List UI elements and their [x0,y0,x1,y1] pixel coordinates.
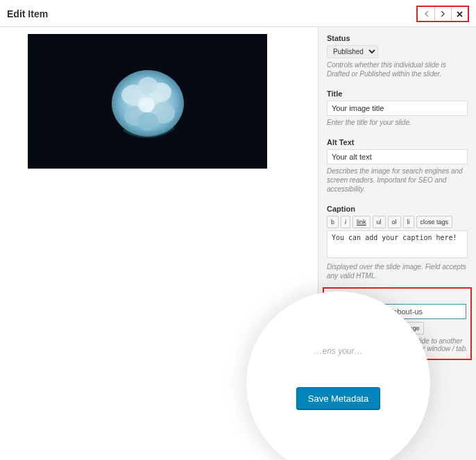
alt-field: Alt Text Describes the image for search … [327,138,468,194]
title-help: Enter the title for your slide. [327,118,468,127]
li-button[interactable]: li [403,216,414,228]
ghost-text-fragment: …ens your… [314,346,362,356]
caption-field: Caption b i link ul ol li close tags You… [327,205,468,280]
caption-help: Displayed over the slide image. Field ac… [327,262,468,280]
bold-button[interactable]: b [327,216,339,228]
page-title: Edit Item [7,8,48,19]
alt-label: Alt Text [327,138,468,146]
svg-point-6 [137,112,158,130]
caption-toolbar: b i link ul ol li close tags [327,216,468,228]
status-label: Status [327,34,468,42]
status-field: Status Published Controls whether this i… [327,34,468,78]
svg-point-7 [138,97,155,112]
status-select[interactable]: Published [327,45,378,58]
flower-image [96,49,200,153]
link-button[interactable]: link [352,216,371,228]
status-help: Controls whether this individual slide i… [327,60,468,78]
close-tags-button[interactable]: close tags [416,216,453,228]
header-nav-group [416,6,469,22]
title-label: Title [327,90,468,98]
open-tab-hint-fragment: er window / tab. [419,345,468,352]
next-button[interactable] [434,7,451,21]
caption-textarea[interactable]: You can add your caption here! [327,230,468,258]
caption-label: Caption [327,205,468,213]
ul-button[interactable]: ul [373,216,386,228]
alt-input[interactable] [327,149,468,164]
slide-preview-image [28,34,267,169]
close-button[interactable] [451,7,468,21]
title-field: Title Enter the title for your slide. [327,90,468,127]
ol-button[interactable]: ol [388,216,401,228]
italic-button[interactable]: i [341,216,350,228]
save-metadata-button[interactable]: Save Metadata [296,387,380,410]
alt-help: Describes the image for search engines a… [327,167,468,194]
prev-button[interactable] [418,7,434,21]
svg-point-5 [138,77,158,94]
title-input[interactable] [327,101,468,116]
